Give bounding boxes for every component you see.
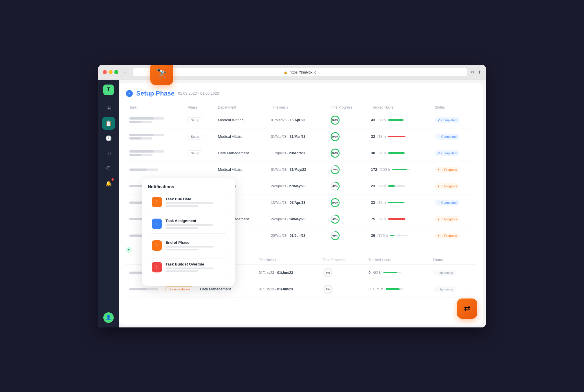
progress-pct-label: 0% (326, 271, 330, 274)
progress-pct-label: 100% (332, 135, 338, 138)
sidebar: T ⊞ 📋 🕐 ⊡ ⏱ 🔔 👤 (98, 80, 119, 327)
phase-badge: Setup (188, 117, 202, 123)
progress-cell: 40% (326, 178, 368, 194)
progress-pct-label: 100% (332, 152, 338, 155)
task-cell (126, 145, 184, 161)
sidebar-item-bell[interactable]: 🔔 (102, 177, 115, 190)
sidebar-item-timer[interactable]: ⏱ (102, 162, 115, 175)
tracked-hours-cell: 22 /18 h (368, 128, 431, 145)
progress-circle: 100% (330, 148, 340, 158)
notif-bar2 (166, 205, 198, 207)
department-cell: Medical Writing (214, 112, 267, 128)
status-badge: ● In Progress (435, 233, 460, 239)
task-cell (126, 128, 184, 145)
notif-bar7 (166, 268, 213, 269)
chevron-down-icon[interactable]: ▼ (126, 247, 132, 253)
sidebar-item-grid[interactable]: ⊞ (102, 102, 115, 115)
progress-pct-label: 100% (332, 119, 338, 122)
notif-bar5 (166, 246, 213, 248)
tracked-hours-cell: 33 /36 h (368, 194, 431, 211)
progress-circle: 100% (330, 131, 340, 142)
clock-icon: 🕐 (105, 135, 112, 142)
timeline-cell: 13/Mar/23 - 07/Apr/23 (267, 194, 326, 211)
progress-circle: 40% (330, 181, 340, 191)
progress-pct-label: 40% (333, 185, 338, 188)
tracked-hours-cell: 0 /175 h (365, 281, 429, 297)
table-row: Setup Data Management 11/Apr/23 - 23/Apr… (126, 145, 476, 161)
progress-pct-label: 100% (332, 201, 338, 204)
status-cell: ● In Progress (431, 211, 476, 227)
app-icon: 🔭 (150, 65, 173, 85)
table-icon: ⊡ (106, 150, 111, 157)
notifications-title: Notifications (148, 184, 229, 189)
timeline-cell: 20/Mar/23 - 01/Jun/23 (267, 227, 326, 244)
notif-item-task-due-date[interactable]: ! Task Due Date (148, 193, 229, 212)
content-area: ✓ Setup Phase 01.03.2023 - 01.06.2023 Ta… (119, 83, 483, 325)
col-timelines[interactable]: Timelines ↕ (267, 103, 326, 112)
notif-task-assignment-icon: i (152, 219, 162, 229)
tracked-hours-cell: 172 /200 h (368, 161, 431, 178)
progress-cell: 100% (326, 128, 368, 145)
table-row: Setup Medical Affairs 01/Mar/23 - 31/Mar… (126, 128, 476, 145)
progress-cell: 66% (326, 227, 368, 244)
phase-cell: Setup (184, 128, 214, 145)
notif-end-of-phase-icon: ! (152, 240, 162, 251)
sidebar-item-table[interactable]: ⊡ (102, 147, 115, 160)
tracked-hours-cell: 43 /50 h (368, 112, 431, 128)
notif-task-budget-overdue-title: Task Budget Overdue (166, 262, 225, 266)
notif-bar6 (166, 249, 198, 250)
tracked-hours-cell: 36 /175 h (368, 227, 431, 244)
table-row: Setup Medical Writing 01/Mar/23 - 15/Apr… (126, 112, 476, 128)
task-cell (126, 112, 184, 128)
tracked-hours-cell: 75 /62 h (368, 211, 431, 227)
maximize-button[interactable] (114, 70, 118, 74)
address-bar[interactable]: 🔒 https://trialytix.io (133, 68, 467, 76)
progress-circle: 65% (330, 214, 340, 224)
phase-badge: Setup (188, 150, 202, 156)
progress-cell: 65% (326, 211, 368, 227)
progress-cell: 0% (319, 281, 365, 297)
share-button[interactable]: ⬆ (478, 70, 481, 74)
phase-check-icon: ✓ (126, 90, 133, 97)
tracked-hours-cell: 30 /32 h (368, 145, 431, 161)
progress-circle: 0% (323, 284, 333, 294)
progress-circle: 0% (323, 268, 333, 278)
corner-action-icon: ⇄ (464, 304, 471, 313)
close-button[interactable] (103, 70, 107, 74)
status-badge: ✓ Completed (435, 200, 460, 206)
col-status: Status (431, 103, 476, 112)
status-cell: ✓ Completed (431, 145, 476, 161)
department-cell: Medical Affairs (214, 161, 267, 178)
tracked-hours-cell: 0 /62 h (365, 264, 429, 281)
back-button[interactable]: ← (122, 69, 129, 76)
notif-item-task-assignment[interactable]: i Task Assignment (148, 215, 229, 234)
corner-action-button[interactable]: ⇄ (457, 298, 477, 319)
sidebar-item-book[interactable]: 📋 (102, 117, 115, 130)
progress-pct-label: 0% (326, 288, 330, 291)
sidebar-logo: T (103, 85, 114, 95)
notif-item-end-of-phase[interactable]: ! End of Phase (148, 237, 229, 255)
col2-timelines[interactable]: Timelines ↕ (256, 256, 319, 265)
status-cell: ✓ Completed (431, 128, 476, 145)
avatar[interactable]: 👤 (103, 312, 114, 323)
phase-header: ✓ Setup Phase 01.03.2023 - 01.06.2023 (126, 90, 476, 97)
col2-time-progress: Time Progress (319, 256, 365, 265)
status-cell: ○ Upcoming (429, 281, 476, 297)
lock-icon: 🔒 (284, 70, 288, 74)
notif-task-due-date-icon: ! (152, 197, 162, 207)
grid-icon: ⊞ (106, 105, 111, 111)
status-badge: ○ Upcoming (433, 270, 456, 276)
tracked-hours-cell: 23 /60 h (368, 178, 431, 194)
browser-window: 🔭 ← 🔒 https://trialytix.io ↻ ⬆ T ⊞ 📋 � (98, 65, 486, 327)
timeline-cell: 01/Mar/23 - 31/May/23 (267, 161, 326, 178)
sidebar-item-clock[interactable]: 🕐 (102, 132, 115, 145)
notif-bar1 (166, 202, 213, 204)
minimize-button[interactable] (109, 70, 113, 74)
progress-cell: 100% (326, 194, 368, 211)
col2-tracked-hours: Tracked Hours (365, 256, 429, 265)
phase-cell (184, 161, 214, 178)
reload-button[interactable]: ↻ (471, 70, 474, 74)
timeline-cell: 01/Jun/23 - 01/Jun/23 (256, 281, 319, 297)
col2-status: Status (429, 256, 476, 265)
notif-item-task-budget-overdue[interactable]: ! Task Budget Overdue (148, 258, 229, 277)
